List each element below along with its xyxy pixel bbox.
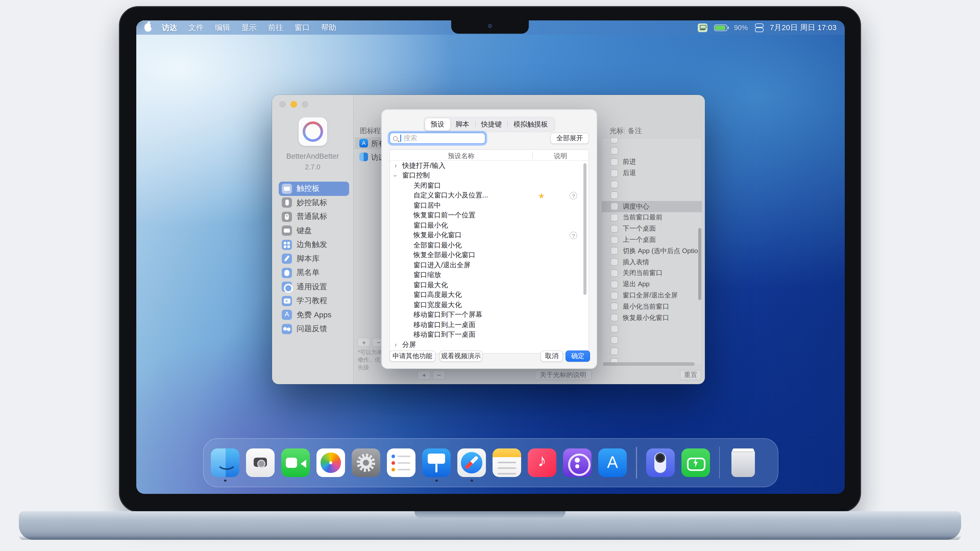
preset-row[interactable]: 移动窗口到下一桌面 bbox=[390, 330, 589, 340]
cursor-checkbox[interactable] bbox=[611, 314, 618, 321]
dock-icon-battery[interactable] bbox=[681, 448, 710, 477]
preset-row[interactable]: 窗口高度最大化 bbox=[390, 290, 589, 300]
menu-item-5[interactable]: 窗口 bbox=[294, 23, 310, 32]
dock-icon-podcasts[interactable] bbox=[563, 448, 592, 477]
cursor-checkbox[interactable] bbox=[611, 303, 618, 310]
dock-icon-finder[interactable] bbox=[211, 448, 239, 477]
gesture-row[interactable]: 最小化当前窗口 bbox=[602, 301, 702, 312]
menu-bar-clock[interactable]: 7月20日 周日 17:03 bbox=[770, 23, 837, 32]
preset-row[interactable]: 全部窗口最小化 bbox=[390, 240, 589, 250]
gesture-row[interactable] bbox=[602, 145, 702, 157]
gesture-row[interactable]: 后退 bbox=[602, 168, 702, 179]
remove-gesture-button[interactable]: − bbox=[432, 370, 445, 380]
preset-row[interactable]: 关闭窗口 bbox=[390, 181, 589, 191]
preset-row[interactable]: 窗口最小化 bbox=[390, 221, 589, 230]
menu-item-1[interactable]: 文件 bbox=[188, 23, 204, 32]
dock-icon-keynote[interactable] bbox=[422, 448, 451, 477]
preset-row[interactable]: 恢复窗口前一个位置 bbox=[390, 210, 589, 221]
menu-item-0[interactable]: 访达 bbox=[162, 23, 177, 32]
preset-row[interactable]: 移动窗口到上一桌面 bbox=[390, 320, 589, 330]
cursor-checkbox[interactable] bbox=[611, 236, 618, 244]
menu-item-3[interactable]: 显示 bbox=[242, 23, 257, 32]
gesture-row[interactable]: 关闭当前窗口 bbox=[602, 268, 702, 279]
dock-icon-facetime[interactable] bbox=[281, 448, 310, 477]
help-icon[interactable]: ? bbox=[570, 231, 577, 239]
expand-all-button[interactable]: 全部展开 bbox=[550, 133, 589, 144]
gesture-row[interactable]: 切换 App (选中后点 Option) bbox=[602, 245, 702, 257]
reset-button[interactable]: 重置 bbox=[680, 370, 701, 380]
cancel-button[interactable]: 取消 bbox=[541, 351, 563, 362]
cursor-checkbox[interactable] bbox=[611, 347, 618, 355]
cursor-checkbox[interactable] bbox=[611, 269, 618, 277]
menu-item-4[interactable]: 前往 bbox=[268, 23, 283, 32]
preset-row[interactable]: ›窗口控制 bbox=[390, 171, 589, 181]
cursor-checkbox[interactable] bbox=[611, 247, 618, 255]
help-icon[interactable]: ? bbox=[570, 192, 577, 199]
about-cursor-button[interactable]: 关于光标的说明 bbox=[535, 370, 592, 380]
preset-row[interactable]: 自定义窗口大小及位置...★? bbox=[390, 191, 589, 200]
gesture-row[interactable] bbox=[602, 323, 702, 334]
sidebar-item-hand[interactable]: 黑名单 bbox=[279, 266, 349, 280]
zoom-window-button[interactable] bbox=[302, 101, 308, 108]
gesture-row[interactable] bbox=[602, 138, 702, 145]
tab-3[interactable]: 模拟触摸板 bbox=[508, 118, 554, 130]
chevron-right-icon[interactable]: › bbox=[395, 162, 397, 170]
request-features-button[interactable]: 申请其他功能 bbox=[390, 351, 435, 362]
sidebar-item-gear[interactable]: 通用设置 bbox=[279, 280, 349, 294]
dock-icon-reminders[interactable] bbox=[387, 448, 415, 477]
gesture-row[interactable]: 窗口全屏/退出全屏 bbox=[602, 290, 702, 301]
ok-button[interactable]: 确定 bbox=[566, 351, 590, 362]
dock-icon-screenshot[interactable] bbox=[246, 448, 275, 477]
input-source-icon[interactable] bbox=[698, 23, 708, 32]
preset-row[interactable]: 移动窗口到下一个屏幕 bbox=[390, 310, 589, 320]
minimize-window-button[interactable] bbox=[290, 101, 297, 108]
gesture-row[interactable]: 上一个桌面 bbox=[602, 234, 702, 245]
horizontal-scrollbar[interactable] bbox=[603, 362, 695, 366]
gesture-row[interactable]: 前进 bbox=[602, 156, 702, 168]
add-gesture-button[interactable]: + bbox=[417, 370, 431, 380]
cursor-checkbox[interactable] bbox=[611, 169, 618, 177]
column-header-cursor[interactable]: 光标 bbox=[609, 127, 624, 136]
sidebar-item-video[interactable]: 学习教程 bbox=[279, 294, 349, 308]
cursor-checkbox[interactable] bbox=[611, 325, 618, 333]
presets-scrollbar[interactable] bbox=[584, 163, 587, 295]
gesture-row[interactable] bbox=[602, 179, 702, 190]
preset-row[interactable]: ›快捷打开/输入 bbox=[390, 161, 589, 171]
cursor-checkbox[interactable] bbox=[611, 336, 618, 344]
cursor-checkbox[interactable] bbox=[611, 258, 618, 266]
add-app-button[interactable]: + bbox=[357, 338, 371, 347]
gesture-row[interactable]: 调度中心 bbox=[602, 201, 702, 212]
sidebar-item-trackpad[interactable]: 触控板 bbox=[279, 182, 349, 196]
dock-icon-trash[interactable] bbox=[732, 448, 755, 477]
chevron-right-icon[interactable]: › bbox=[395, 341, 397, 349]
dock-icon-notes[interactable] bbox=[493, 448, 521, 477]
dock-icon-photos[interactable] bbox=[317, 448, 345, 477]
preset-row[interactable]: 窗口缩放 bbox=[390, 270, 589, 280]
cursor-checkbox[interactable] bbox=[611, 203, 618, 210]
gesture-row[interactable]: 插入表情 bbox=[602, 257, 702, 268]
preset-row[interactable]: 窗口最大化 bbox=[390, 280, 589, 290]
dock-icon-betterandbetter[interactable] bbox=[646, 448, 675, 477]
cursor-checkbox[interactable] bbox=[611, 225, 618, 233]
watch-video-button[interactable]: 观看视频演示 bbox=[439, 351, 482, 362]
gesture-row[interactable] bbox=[602, 334, 702, 346]
close-window-button[interactable] bbox=[279, 101, 286, 108]
tab-0[interactable]: 预设 bbox=[425, 118, 450, 130]
dock-icon-settings[interactable] bbox=[352, 448, 380, 477]
cursor-checkbox[interactable] bbox=[611, 138, 618, 144]
preset-row[interactable]: 窗口宽度最大化 bbox=[390, 300, 589, 310]
column-header-remark[interactable]: 备注 bbox=[628, 127, 642, 136]
sidebar-item-keyboard[interactable]: 键盘 bbox=[279, 224, 349, 238]
gesture-row[interactable]: 下一个桌面 bbox=[602, 223, 702, 234]
preset-row[interactable]: 窗口进入/退出全屏 bbox=[390, 260, 589, 270]
menu-item-2[interactable]: 编辑 bbox=[215, 23, 230, 32]
preset-name-column[interactable]: 预设名称 bbox=[390, 151, 532, 161]
cursor-checkbox[interactable] bbox=[611, 147, 618, 155]
dock-icon-music[interactable] bbox=[528, 448, 556, 477]
cursor-checkbox[interactable] bbox=[611, 192, 618, 199]
preset-row[interactable]: ›分屏 bbox=[390, 340, 589, 350]
sidebar-item-appstore[interactable]: 免费 Apps bbox=[279, 308, 349, 322]
sidebar-item-corners[interactable]: 边角触发 bbox=[279, 238, 349, 252]
preset-row[interactable]: 恢复全部最小化窗口 bbox=[390, 250, 589, 260]
cursor-checkbox[interactable] bbox=[611, 292, 618, 299]
